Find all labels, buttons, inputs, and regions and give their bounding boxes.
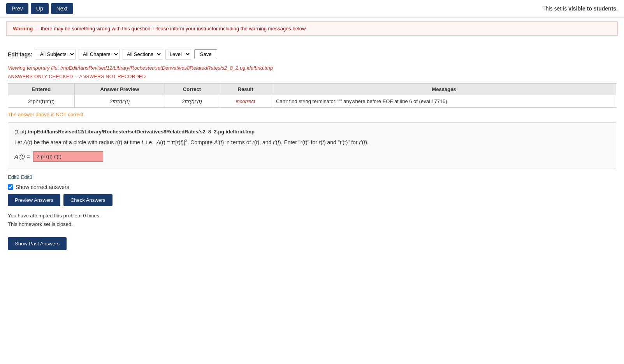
edit2-link[interactable]: Edit2 [8,174,19,180]
table-row: 2*pi*r(t)*r'(t) 2πr(t)r′(t) 2πr(t)r′(t) … [8,95,616,108]
problem-description: Let A(t) be the area of a circle with ra… [14,138,610,147]
col-preview: Answer Preview [75,84,165,95]
prev-button[interactable]: Prev [6,3,28,14]
preview-answers-button[interactable]: Preview Answers [8,194,60,206]
answer-label: A′(t) = [14,153,30,160]
nav-buttons: Prev Up Next [6,3,73,14]
show-past-answers-button[interactable]: Show Past Answers [8,237,67,250]
top-navigation: Prev Up Next This set is visible to stud… [0,0,624,18]
cell-result: incorrect [219,95,272,108]
cell-correct: 2πr(t)r′(t) [165,95,219,108]
chapters-select[interactable]: All Chapters [79,49,120,60]
save-button[interactable]: Save [194,49,218,59]
warning-message: — there may be something wrong with this… [33,26,307,32]
problem-points: (1 pt) [14,129,28,135]
col-messages: Messages [272,84,616,95]
problem-box: (1 pt) tmpEdit/IansRevised12/Library/Roc… [8,122,616,168]
edit-links: Edit2 Edit3 [8,174,616,180]
edit3-link[interactable]: Edit3 [21,174,33,180]
problem-path: (1 pt) tmpEdit/IansRevised12/Library/Roc… [14,129,610,135]
correct-formula: 2πr(t)r′(t) [182,98,202,104]
col-entered: Entered [8,84,75,95]
cell-entered: 2*pi*r(t)*r'(t) [8,95,75,108]
col-correct: Correct [165,84,219,95]
answer-input[interactable] [33,151,103,162]
preview-formula: 2πr(t)r′(t) [110,98,130,104]
show-correct-checkbox[interactable] [8,184,13,190]
attempt-line1: You have attempted this problem 0 times. [8,212,616,220]
attempt-info: You have attempted this problem 0 times.… [8,212,616,229]
var-A: A [23,139,27,145]
sections-select[interactable]: All Sections [123,49,162,60]
action-buttons: Preview Answers Check Answers [8,194,616,206]
cell-message: Can't find string terminator """ anywher… [272,95,616,108]
cell-preview: 2πr(t)r′(t) [75,95,165,108]
level-select[interactable]: Level [165,49,191,60]
viewing-file-text: Viewing temporary file: tmpEdit/IansRevi… [8,65,616,71]
visibility-bold: visible to students. [568,5,618,12]
edit-tags-row: Edit tags: All Subjects All Chapters All… [8,49,616,60]
main-content: Edit tags: All Subjects All Chapters All… [0,40,624,254]
edit-tags-label: Edit tags: [8,51,33,58]
warning-label: Warning [13,26,33,32]
visibility-notice: This set is visible to students. [542,5,618,12]
warning-bar: Warning — there may be something wrong w… [6,21,618,36]
not-correct-notice: The answer above is NOT correct. [8,112,616,117]
result-incorrect: incorrect [236,98,255,104]
subjects-select[interactable]: All Subjects [36,49,76,60]
show-correct-label: Show correct answers [16,184,69,190]
up-button[interactable]: Up [31,3,49,14]
attempt-line2: This homework set is closed. [8,220,616,229]
check-answers-button[interactable]: Check Answers [63,194,112,206]
problem-path-text: tmpEdit/IansRevised12/Library/Rochester/… [28,129,255,135]
visibility-prefix: This set is [542,5,568,12]
answers-notice: ANSWERS ONLY CHECKED -- ANSWERS NOT RECO… [8,74,616,79]
next-button[interactable]: Next [51,3,73,14]
col-result: Result [219,84,272,95]
show-correct-row: Show correct answers [8,184,616,190]
answer-table: Entered Answer Preview Correct Result Me… [8,83,616,108]
answer-row: A′(t) = [14,151,610,162]
